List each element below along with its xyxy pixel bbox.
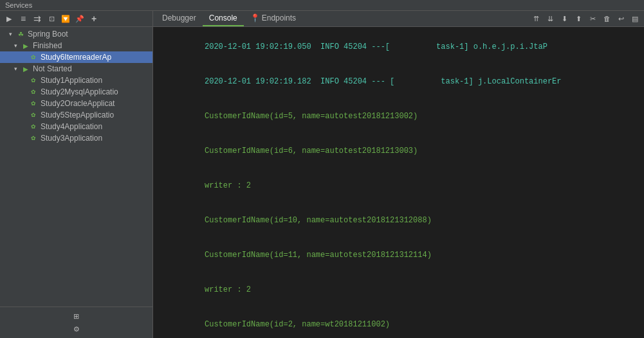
sidebar-item-spring-boot[interactable]: ▾ ☘ Spring Boot — [0, 28, 152, 40]
sidebar: ▶ ≡ ⇉ ⊡ 🔽 📌 + ▾ ☘ Spring Boot ▾ ▶ Finish… — [0, 11, 153, 338]
study1-icon: ✿ — [28, 75, 39, 85]
arrow-spring-boot: ▾ — [5, 31, 15, 37]
study4-label: Study4Application — [41, 122, 102, 131]
tab-debugger-label: Debugger — [162, 13, 196, 22]
pin-button[interactable]: 📌 — [73, 12, 86, 25]
scroll-up-icon[interactable]: ⇈ — [529, 12, 542, 25]
expand-all-button[interactable]: ≡ — [17, 12, 30, 25]
spring-icon: ☘ — [15, 29, 26, 39]
collapse-all-button[interactable]: ⇉ — [31, 12, 44, 25]
tab-console-label: Console — [209, 13, 237, 22]
download-icon[interactable]: ⬇ — [558, 12, 571, 25]
study2oracle-icon: ✿ — [28, 98, 39, 109]
tab-endpoints-label: Endpoints — [262, 13, 296, 22]
sidebar-item-study5[interactable]: ✿ Study5StepApplicatio — [0, 109, 152, 121]
study3-label: Study3Application — [41, 134, 102, 143]
study2mysql-label: Study2MysqlApplicatio — [41, 87, 118, 96]
sidebar-item-study2mysql[interactable]: ✿ Study2MysqlApplicatio — [0, 86, 152, 98]
tab-endpoints[interactable]: 📍 Endpoints — [244, 11, 302, 26]
tab-console[interactable]: Console — [203, 11, 244, 26]
arrow-finished: ▾ — [10, 42, 21, 49]
sidebar-tree: ▾ ☘ Spring Boot ▾ ▶ Finished ✿ Study6Ite… — [0, 27, 152, 307]
console-wrapper: 2020-12-01 19:02:19.050 INFO 45204 ---[ … — [153, 27, 644, 338]
wrap-icon[interactable]: ↩ — [614, 12, 627, 25]
title-bar: Services — [0, 0, 644, 11]
cut-icon[interactable]: ✂ — [586, 12, 599, 25]
sidebar-item-study1[interactable]: ✿ Study1Application — [0, 75, 152, 86]
sidebar-bottom-icons: ⊞ ⚙ — [0, 307, 152, 338]
scroll-down-icon[interactable]: ⇊ — [544, 12, 557, 25]
console-output[interactable]: 2020-12-01 19:02:19.050 INFO 45204 ---[ … — [153, 27, 644, 338]
sidebar-toolbar: ▶ ≡ ⇉ ⊡ 🔽 📌 + — [0, 11, 152, 27]
finished-label: Finished — [33, 41, 62, 50]
clear-icon[interactable]: 🗑 — [600, 12, 613, 25]
console-line-5: CustomerIdName(id=10, name=autotest20181… — [158, 203, 639, 238]
study5-label: Study5StepApplicatio — [41, 111, 114, 120]
spring-boot-label: Spring Boot — [28, 30, 68, 39]
filter-button[interactable]: 🔽 — [59, 12, 72, 25]
add-button[interactable]: + — [87, 12, 100, 25]
sidebar-item-study4[interactable]: ✿ Study4Application — [0, 121, 152, 132]
study4-icon: ✿ — [28, 121, 39, 132]
tab-bar: Debugger Console 📍 Endpoints ⇈ ⇊ ⬇ ⬆ ✂ 🗑… — [153, 11, 644, 27]
endpoints-icon: 📍 — [250, 13, 260, 22]
sidebar-item-finished[interactable]: ▾ ▶ Finished — [0, 40, 152, 51]
study5-icon: ✿ — [28, 110, 39, 120]
tab-debugger[interactable]: Debugger — [156, 11, 203, 26]
study2mysql-icon: ✿ — [28, 87, 39, 97]
sidebar-item-study6itemreader[interactable]: ✿ Study6ItemreaderAp — [0, 51, 152, 63]
settings-button[interactable]: ⚙ — [70, 323, 83, 335]
study6-app-icon: ✿ — [28, 52, 39, 62]
not-started-run-icon: ▶ — [21, 64, 31, 74]
study1-label: Study1Application — [41, 76, 102, 85]
title-label: Services — [5, 1, 32, 9]
console-toolbar-right: ⇈ ⇊ ⬇ ⬆ ✂ 🗑 ↩ ▤ — [529, 12, 641, 25]
finished-run-icon: ▶ — [21, 40, 31, 51]
right-panel: Debugger Console 📍 Endpoints ⇈ ⇊ ⬇ ⬆ ✂ 🗑… — [153, 11, 644, 338]
console-line-8: CustomerIdName(id=2, name=wt20181211002) — [158, 307, 639, 338]
layout-icon[interactable]: ▤ — [629, 12, 641, 25]
run-button[interactable]: ▶ — [3, 12, 15, 25]
study3-icon: ✿ — [28, 133, 39, 143]
upload-icon[interactable]: ⬆ — [572, 12, 585, 25]
study6-label: Study6ItemreaderAp — [41, 53, 111, 62]
not-started-label: Not Started — [33, 64, 72, 73]
console-line-6: CustomerIdName(id=11, name=autotest20181… — [158, 238, 639, 272]
console-line-2: CustomerIdName(id=5, name=autotest201812… — [158, 99, 639, 134]
grid-view-button[interactable]: ⊞ — [70, 310, 83, 323]
sidebar-item-study3[interactable]: ✿ Study3Application — [0, 132, 152, 144]
sidebar-item-not-started[interactable]: ▾ ▶ Not Started — [0, 63, 152, 75]
console-line-1: 2020-12-01 19:02:19.182 INFO 45204 --- [… — [158, 64, 639, 99]
sidebar-item-study2oracle[interactable]: ✿ Study2OracleApplicat — [0, 98, 152, 109]
arrow-not-started: ▾ — [10, 66, 21, 72]
console-line-4: writer : 2 — [158, 168, 639, 203]
console-line-0: 2020-12-01 19:02:19.050 INFO 45204 ---[ … — [158, 30, 639, 64]
group-button[interactable]: ⊡ — [45, 12, 58, 25]
console-line-3: CustomerIdName(id=6, name=autotest201812… — [158, 134, 639, 168]
console-line-7: writer : 2 — [158, 272, 639, 307]
study2oracle-label: Study2OracleApplicat — [41, 99, 115, 108]
